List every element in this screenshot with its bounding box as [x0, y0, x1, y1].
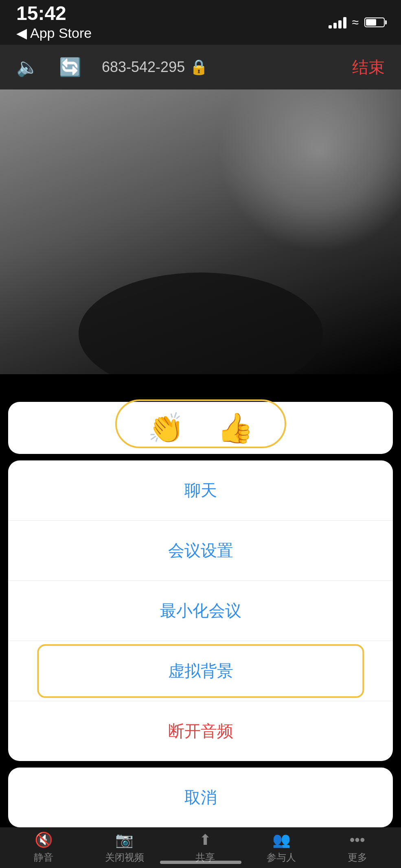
- more-label: 更多: [348, 851, 367, 864]
- participants-label: 参与人: [267, 851, 296, 864]
- stop-video-button[interactable]: 📷 关闭视频: [105, 831, 144, 864]
- action-sheet: 👏 👍 聊天 会议设置 最小化会议 虚拟背景 断开音频 取消: [0, 402, 401, 827]
- camera-view: [0, 89, 401, 374]
- meeting-id: 683-542-295 🔒: [102, 59, 208, 76]
- lock-icon: 🔒: [190, 59, 208, 76]
- thumbsup-emoji[interactable]: 👍: [217, 413, 254, 443]
- mute-label: 静音: [34, 851, 53, 864]
- signal-icon: [329, 16, 346, 28]
- stop-video-label: 关闭视频: [105, 851, 144, 864]
- status-bar: 15:42 ◀ App Store ≈: [0, 0, 401, 45]
- more-button[interactable]: ••• 更多: [348, 831, 367, 864]
- stop-video-icon: 📷: [115, 831, 134, 848]
- share-icon: ⬆: [199, 831, 211, 848]
- home-indicator: [160, 861, 241, 864]
- camera-dark-shape: [79, 273, 323, 374]
- mute-icon: 🔇: [35, 831, 53, 848]
- cancel-label: 取消: [184, 786, 217, 809]
- virtual-background-menu-item[interactable]: 虚拟背景: [8, 641, 393, 701]
- status-left: 15:42 ◀ App Store: [16, 4, 92, 41]
- meeting-settings-label: 会议设置: [168, 539, 233, 562]
- meeting-id-text: 683-542-295: [102, 59, 185, 76]
- disconnect-audio-menu-item[interactable]: 断开音频: [8, 701, 393, 761]
- status-time: 15:42: [16, 4, 92, 23]
- mute-button[interactable]: 🔇 静音: [34, 831, 53, 864]
- meeting-toolbar: 🔈 🔄 683-542-295 🔒 结束: [0, 45, 401, 89]
- battery-icon: [364, 17, 385, 27]
- back-label: App Store: [30, 25, 92, 41]
- chat-label: 聊天: [184, 479, 217, 502]
- participants-button[interactable]: 👥 参与人: [267, 831, 296, 864]
- back-chevron-icon: ◀: [16, 25, 27, 41]
- cancel-button[interactable]: 取消: [8, 768, 393, 827]
- speaker-icon[interactable]: 🔈: [16, 57, 39, 78]
- toolbar-left: 🔈 🔄 683-542-295 🔒: [16, 57, 208, 78]
- minimize-meeting-label: 最小化会议: [160, 600, 241, 622]
- disconnect-audio-label: 断开音频: [168, 720, 233, 742]
- chat-menu-item[interactable]: 聊天: [8, 460, 393, 521]
- virtual-background-label: 虚拟背景: [168, 660, 233, 682]
- camera-blur-effect: [218, 89, 401, 252]
- minimize-meeting-menu-item[interactable]: 最小化会议: [8, 581, 393, 641]
- camera-flip-icon[interactable]: 🔄: [59, 57, 81, 78]
- meeting-settings-menu-item[interactable]: 会议设置: [8, 521, 393, 581]
- end-button[interactable]: 结束: [352, 56, 385, 79]
- emoji-highlight-ring: [115, 399, 286, 448]
- emoji-reactions-card: 👏 👍: [8, 402, 393, 454]
- participants-icon: 👥: [272, 831, 291, 848]
- status-icons: ≈: [329, 15, 385, 29]
- wifi-icon: ≈: [352, 15, 359, 29]
- main-menu-card: 聊天 会议设置 最小化会议 虚拟背景 断开音频: [8, 460, 393, 761]
- back-button[interactable]: ◀ App Store: [16, 25, 92, 41]
- clap-emoji[interactable]: 👏: [148, 413, 184, 443]
- more-icon: •••: [350, 831, 365, 848]
- share-button[interactable]: ⬆ 共享: [195, 831, 215, 864]
